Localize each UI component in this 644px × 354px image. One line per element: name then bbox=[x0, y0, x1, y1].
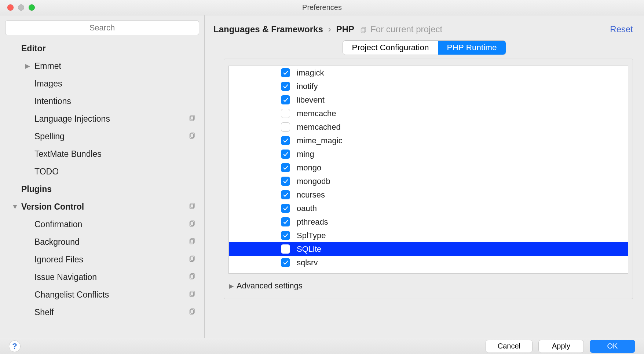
extension-checkbox[interactable] bbox=[281, 217, 290, 226]
sidebar-item-label: Changelist Conflicts bbox=[34, 290, 109, 300]
extension-label: libevent bbox=[297, 95, 325, 105]
sidebar-item-background[interactable]: Background bbox=[34, 233, 204, 251]
scope-text: For current project bbox=[370, 24, 442, 34]
search-input[interactable] bbox=[5, 21, 199, 35]
sidebar-item-todo[interactable]: TODO bbox=[34, 163, 204, 180]
extension-row-memcache[interactable]: memcache bbox=[229, 107, 628, 120]
extension-label: ming bbox=[297, 150, 314, 159]
extension-label: SplType bbox=[297, 231, 326, 240]
tab-control: Project Configuration PHP Runtime bbox=[343, 40, 506, 55]
disclosure-triangle-icon: ▶ bbox=[229, 283, 234, 290]
sidebar-item-intentions[interactable]: Intentions bbox=[34, 92, 204, 110]
extension-row-spltype[interactable]: SplType bbox=[229, 229, 628, 242]
extension-checkbox[interactable] bbox=[281, 82, 290, 91]
sidebar-item-images[interactable]: Images bbox=[34, 75, 204, 92]
extension-label: oauth bbox=[297, 204, 317, 213]
project-scope-icon bbox=[360, 26, 367, 33]
sidebar-item-ignored-files[interactable]: Ignored Files bbox=[34, 251, 204, 268]
extension-label: inotify bbox=[297, 82, 318, 91]
extension-checkbox[interactable] bbox=[281, 95, 290, 104]
extension-checkbox[interactable] bbox=[281, 163, 290, 172]
sidebar-item-label: Background bbox=[34, 237, 80, 247]
extension-row-pthreads[interactable]: pthreads bbox=[229, 215, 628, 229]
project-scope-icon bbox=[189, 272, 196, 280]
content-pane: Languages & Frameworks › PHP For current… bbox=[205, 15, 644, 338]
project-scope-icon bbox=[189, 220, 196, 227]
cancel-button[interactable]: Cancel bbox=[486, 340, 533, 353]
extension-checkbox[interactable] bbox=[281, 150, 290, 159]
extension-label: memcache bbox=[297, 109, 336, 118]
ok-button[interactable]: OK bbox=[590, 340, 635, 353]
sidebar: Editor▶EmmetImagesIntentionsLanguage Inj… bbox=[0, 15, 205, 338]
project-scope-icon bbox=[189, 202, 196, 209]
extension-checkbox[interactable] bbox=[281, 68, 290, 77]
sidebar-item-label: Ignored Files bbox=[34, 255, 83, 265]
extension-label: mongodb bbox=[297, 177, 330, 186]
extension-row-libevent[interactable]: libevent bbox=[229, 93, 628, 107]
extensions-list[interactable]: imagickinotifylibeventmemcachememcachedm… bbox=[228, 66, 628, 274]
dialog-footer: ? Cancel Apply OK bbox=[0, 338, 644, 354]
extension-checkbox[interactable] bbox=[281, 109, 290, 118]
window-title: Preferences bbox=[0, 3, 644, 12]
advanced-settings-label: Advanced settings bbox=[237, 281, 303, 291]
extension-row-sqlsrv[interactable]: sqlsrv bbox=[229, 256, 628, 269]
extension-row-sqlite[interactable]: SQLite bbox=[229, 242, 628, 256]
sidebar-item-changelist-conflicts[interactable]: Changelist Conflicts bbox=[34, 286, 204, 303]
sidebar-item-label: Version Control bbox=[21, 202, 84, 212]
sidebar-item-confirmation[interactable]: Confirmation bbox=[34, 215, 204, 233]
extension-label: memcached bbox=[297, 122, 341, 132]
extension-row-imagick[interactable]: imagick bbox=[229, 66, 628, 80]
extension-checkbox[interactable] bbox=[281, 204, 290, 213]
scope-label: For current project bbox=[360, 24, 442, 34]
extension-label: mime_magic bbox=[297, 136, 343, 145]
extension-row-ming[interactable]: ming bbox=[229, 147, 628, 161]
extension-row-memcached[interactable]: memcached bbox=[229, 120, 628, 134]
extension-checkbox[interactable] bbox=[281, 122, 290, 132]
sidebar-item-label: Plugins bbox=[21, 184, 52, 194]
extension-checkbox[interactable] bbox=[281, 231, 290, 240]
sidebar-item-plugins[interactable]: Plugins bbox=[21, 180, 204, 198]
sidebar-item-label: Intentions bbox=[34, 96, 71, 106]
tab-php-runtime[interactable]: PHP Runtime bbox=[438, 41, 506, 55]
breadcrumb-separator-icon: › bbox=[328, 24, 331, 34]
extension-label: imagick bbox=[297, 68, 324, 78]
extension-label: mongo bbox=[297, 163, 321, 173]
project-scope-icon bbox=[189, 114, 196, 121]
sidebar-item-version-control[interactable]: ▼Version Control bbox=[21, 198, 204, 215]
tab-project-configuration[interactable]: Project Configuration bbox=[343, 41, 438, 55]
sidebar-item-label: Language Injections bbox=[34, 114, 110, 124]
advanced-settings-disclosure[interactable]: ▶ Advanced settings bbox=[229, 281, 628, 291]
reset-button[interactable]: Reset bbox=[610, 24, 633, 34]
extension-row-inotify[interactable]: inotify bbox=[229, 80, 628, 93]
extension-label: SQLite bbox=[297, 244, 321, 254]
sidebar-item-spelling[interactable]: Spelling bbox=[34, 128, 204, 145]
extension-row-oauth[interactable]: oauth bbox=[229, 202, 628, 215]
sidebar-item-textmate-bundles[interactable]: TextMate Bundles bbox=[34, 145, 204, 163]
sidebar-item-issue-navigation[interactable]: Issue Navigation bbox=[34, 268, 204, 286]
sidebar-item-language-injections[interactable]: Language Injections bbox=[34, 110, 204, 128]
extension-checkbox[interactable] bbox=[281, 244, 290, 254]
extension-checkbox[interactable] bbox=[281, 177, 290, 186]
breadcrumb: Languages & Frameworks › PHP bbox=[213, 24, 354, 34]
chevron-right-icon: ▶ bbox=[25, 62, 30, 70]
extension-row-ncurses[interactable]: ncurses bbox=[229, 188, 628, 202]
extension-row-mime_magic[interactable]: mime_magic bbox=[229, 134, 628, 147]
extension-row-mongodb[interactable]: mongodb bbox=[229, 174, 628, 188]
extension-checkbox[interactable] bbox=[281, 190, 290, 199]
preferences-tree: Editor▶EmmetImagesIntentionsLanguage Inj… bbox=[0, 38, 204, 338]
help-button[interactable]: ? bbox=[9, 340, 21, 352]
extension-checkbox[interactable] bbox=[281, 258, 290, 267]
sidebar-item-emmet[interactable]: ▶Emmet bbox=[34, 57, 204, 75]
sidebar-item-label: TextMate Bundles bbox=[34, 149, 102, 159]
titlebar: Preferences bbox=[0, 0, 644, 15]
sidebar-item-shelf[interactable]: Shelf bbox=[34, 303, 204, 321]
sidebar-item-label: Emmet bbox=[34, 61, 61, 71]
project-scope-icon bbox=[189, 237, 196, 244]
apply-button[interactable]: Apply bbox=[538, 340, 584, 353]
breadcrumb-parent[interactable]: Languages & Frameworks bbox=[213, 24, 323, 34]
chevron-down-icon: ▼ bbox=[12, 203, 18, 211]
extension-checkbox[interactable] bbox=[281, 136, 290, 145]
extension-row-mongo[interactable]: mongo bbox=[229, 161, 628, 174]
sidebar-item-editor[interactable]: Editor bbox=[21, 40, 204, 57]
sidebar-item-label: Shelf bbox=[34, 307, 54, 317]
